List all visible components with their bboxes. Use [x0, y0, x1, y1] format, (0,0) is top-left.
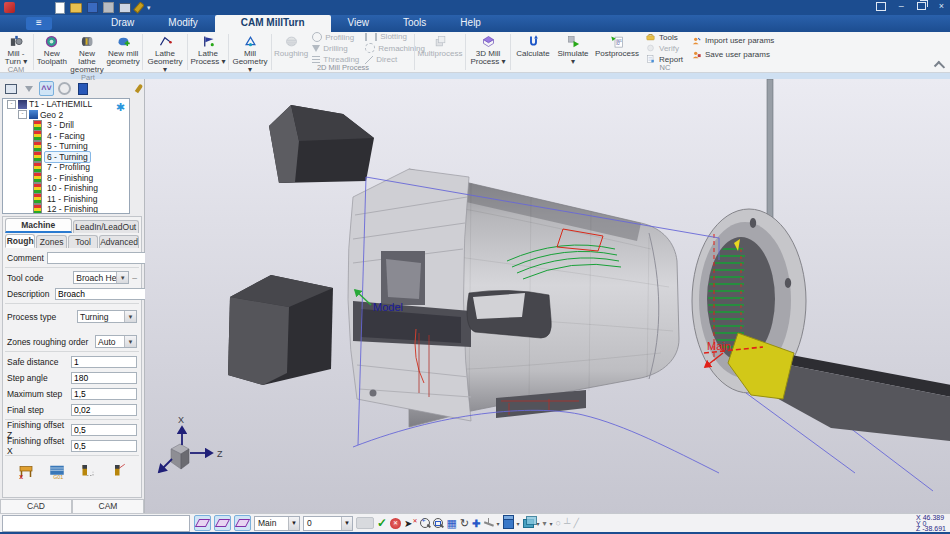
- safe-distance-input[interactable]: [71, 356, 137, 368]
- iso-view-dropdown-icon[interactable]: ▾: [497, 520, 500, 527]
- boring-bar-angle-icon[interactable]: [108, 462, 128, 480]
- roughing-button[interactable]: Roughing: [273, 32, 309, 64]
- more-views-dropdown-icon[interactable]: ▾: [550, 520, 553, 527]
- new-lathe-geometry-button[interactable]: New lathe geometry: [69, 32, 106, 74]
- deselect-cursor-icon[interactable]: ➤✕: [404, 517, 417, 529]
- calculate-button[interactable]: Calculate: [512, 32, 554, 63]
- pan-view-icon[interactable]: ✚: [472, 518, 480, 529]
- collapse-expander-icon[interactable]: -: [7, 100, 16, 109]
- report-view-button[interactable]: [75, 81, 90, 96]
- postprocess-button[interactable]: G01X2 Postprocess: [592, 32, 642, 63]
- menu-tab-tools[interactable]: Tools: [386, 15, 443, 32]
- zones-roughing-order-combo[interactable]: Auto▼: [95, 335, 137, 348]
- tree-star-icon[interactable]: ✱: [116, 101, 125, 114]
- menu-tab-modify[interactable]: Modify: [151, 15, 214, 32]
- tab-advanced[interactable]: Advanced: [99, 235, 139, 248]
- minimize-button[interactable]: –: [899, 1, 904, 11]
- zoom-fit-icon[interactable]: ▦: [446, 517, 456, 530]
- restore-button[interactable]: [917, 2, 926, 10]
- multiprocess-button[interactable]: Multiprocess: [416, 32, 464, 63]
- work-plane-toggle-3[interactable]: [234, 515, 251, 531]
- open-folder-icon[interactable]: [70, 3, 82, 13]
- tab-tool[interactable]: Tool: [68, 235, 98, 248]
- tools-button[interactable]: Tools: [645, 32, 683, 42]
- import-user-params-button[interactable]: Import user params: [691, 36, 774, 46]
- machine-table-icon[interactable]: x: [16, 462, 36, 480]
- new-document-icon[interactable]: [55, 2, 65, 14]
- 3d-viewport[interactable]: Model Main X Z: [145, 79, 950, 513]
- verify-button[interactable]: Verify: [645, 43, 683, 53]
- filter-button[interactable]: [21, 81, 36, 96]
- maximum-step-input[interactable]: [71, 388, 137, 400]
- menu-tab-help[interactable]: Help: [443, 15, 498, 32]
- tab-zones[interactable]: Zones: [36, 235, 66, 248]
- iso-view-icon[interactable]: [484, 518, 494, 528]
- work-plane-toggle-2[interactable]: [214, 515, 231, 531]
- rotate-view-icon[interactable]: ↻: [460, 517, 469, 530]
- new-mill-geometry-button[interactable]: New mill geometry: [105, 32, 141, 74]
- mill-turn-button[interactable]: Mill - Turn ▾: [0, 32, 32, 66]
- chevron-down-icon[interactable]: ▼: [341, 517, 352, 530]
- profiling-button[interactable]: Profiling: [312, 32, 359, 42]
- work-plane-toggle-1[interactable]: [194, 515, 211, 531]
- chevron-down-icon[interactable]: ▼: [124, 311, 136, 322]
- autohide-pin-icon[interactable]: [135, 84, 143, 94]
- drilling-button[interactable]: Drilling: [312, 44, 359, 53]
- app-menu-button[interactable]: ≡: [26, 17, 52, 30]
- chevron-down-icon[interactable]: ▼: [124, 336, 136, 347]
- tab-rough[interactable]: Rough: [5, 234, 35, 248]
- layers-dropdown-icon[interactable]: ▾: [537, 520, 540, 527]
- new-toolpath-button[interactable]: New Toolpath: [35, 32, 69, 74]
- finishing-offset-z-input[interactable]: [71, 424, 137, 436]
- show-machine-button[interactable]: [3, 81, 18, 96]
- simulate-button[interactable]: Simulate ▾: [554, 32, 592, 66]
- command-input[interactable]: [2, 515, 190, 532]
- cancel-stop-icon[interactable]: ✕: [390, 518, 401, 529]
- chuck-jaw-bottom[interactable]: [228, 275, 333, 385]
- show-toolpath-button[interactable]: ˄˅: [39, 81, 54, 96]
- boring-bar-icon[interactable]: [77, 462, 97, 480]
- collapse-expander-icon[interactable]: -: [18, 110, 27, 119]
- tab-machine[interactable]: Machine: [5, 218, 72, 233]
- tab-leadin-leadout[interactable]: LeadIn/LeadOut: [73, 220, 140, 233]
- save-as-icon[interactable]: [103, 2, 114, 13]
- capture-view-icon[interactable]: [119, 3, 131, 13]
- pin-icon[interactable]: [133, 1, 145, 13]
- tool-code-combo[interactable]: Broach He▼: [73, 271, 129, 284]
- plane-select-combo[interactable]: Main▼: [254, 516, 300, 531]
- accept-check-icon[interactable]: ✓: [377, 516, 387, 530]
- tree-root-row[interactable]: - T1 - LATHEMILL: [3, 99, 129, 110]
- save-icon[interactable]: [87, 2, 98, 13]
- chevron-down-icon[interactable]: ▼: [116, 272, 128, 283]
- tab-cam[interactable]: CAM: [72, 499, 144, 513]
- gcode-table-icon[interactable]: G01: [47, 462, 67, 480]
- menu-tab-cam-millturn[interactable]: CAM MillTurn: [215, 15, 331, 32]
- finishing-offset-x-input[interactable]: [71, 440, 137, 452]
- level-select-combo[interactable]: 0▼: [303, 516, 353, 531]
- window-help-icon[interactable]: [876, 2, 886, 11]
- shading-cube-icon[interactable]: [503, 518, 514, 529]
- lathe-geometry-button[interactable]: Lathe Geometry ▾: [144, 32, 186, 74]
- more-views-chevron-icon[interactable]: ▾: [543, 519, 547, 528]
- chevron-down-icon[interactable]: ▼: [288, 517, 299, 530]
- menu-tab-view[interactable]: View: [331, 15, 387, 32]
- layers-icon[interactable]: [523, 519, 534, 528]
- zoom-in-icon[interactable]: [420, 518, 430, 528]
- zoom-window-icon[interactable]: [433, 518, 443, 528]
- final-step-input[interactable]: [71, 404, 137, 416]
- tree-op-row[interactable]: 12 - Finishing: [3, 204, 129, 214]
- shading-dropdown-icon[interactable]: ▾: [517, 520, 520, 527]
- ribbon-collapse-icon[interactable]: [934, 61, 945, 72]
- close-button[interactable]: ×: [939, 1, 944, 11]
- tree-settings-button[interactable]: [57, 81, 72, 96]
- tree-op-row[interactable]: 5 - Turning: [3, 141, 129, 152]
- lathe-process-button[interactable]: Lathe Process ▾: [189, 32, 227, 66]
- mill-geometry-button[interactable]: Mill Geometry ▾: [230, 32, 270, 74]
- 3d-mill-process-button[interactable]: 3D Mill Process ▾: [467, 32, 509, 66]
- save-user-params-button[interactable]: Save user params: [691, 50, 774, 60]
- tab-cad[interactable]: CAD: [0, 499, 72, 513]
- menu-tab-draw[interactable]: Draw: [94, 15, 151, 32]
- process-type-combo[interactable]: Turning▼: [77, 310, 137, 323]
- step-angle-input[interactable]: [71, 372, 137, 384]
- qat-more-dropdown-icon[interactable]: ▾: [147, 4, 151, 12]
